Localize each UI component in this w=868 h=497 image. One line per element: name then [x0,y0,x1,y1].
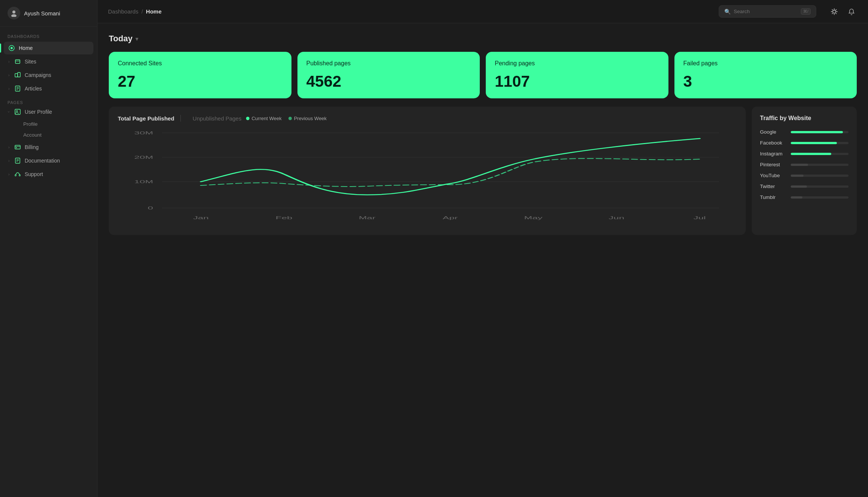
title-chevron-icon[interactable]: ▾ [135,35,138,42]
traffic-bar-bg-instagram [791,153,848,155]
traffic-bar-bg-youtube [791,175,848,177]
svg-point-13 [16,110,18,112]
traffic-bar-bg-google [791,131,848,133]
sidebar-item-user-profile-label: User Profile [25,109,52,115]
svg-text:Apr: Apr [443,215,458,220]
traffic-bar-bg-twitter [791,185,848,188]
traffic-name-pinterest: Pinterest [760,162,787,167]
theme-toggle-button[interactable] [828,6,840,18]
sidebar-item-campaigns[interactable]: › Campaigns [4,69,93,81]
chevron-right-icon: › [8,158,10,163]
svg-rect-16 [16,148,17,148]
traffic-bar-bg-tumblr [791,196,848,199]
svg-text:Jan: Jan [193,215,209,220]
traffic-bar-bg-facebook [791,142,848,144]
pages-nav: › User Profile Profile Account › [0,105,97,181]
search-shortcut: ⌘/ [801,8,811,15]
svg-point-1 [11,14,17,17]
traffic-bar-fill-tumblr [791,196,802,199]
traffic-item-google: Google [760,129,848,135]
svg-rect-6 [15,74,18,77]
chart-tab-unpublished[interactable]: Unpublished Pages [193,115,242,122]
sidebar-header: Ayush Somani [0,0,97,27]
svg-text:30M: 30M [134,131,153,135]
main-nav: Home › Sites › Campaigns [0,42,97,95]
traffic-bar-fill-youtube [791,175,803,177]
notifications-button[interactable] [845,6,857,18]
svg-point-3 [11,47,13,49]
traffic-title: Traffic by Website [760,115,848,122]
topbar-icons [828,6,857,18]
user-profile-icon [14,108,21,115]
svg-line-28 [832,9,832,10]
chart-tab-published[interactable]: Total Page Published [118,115,174,122]
chevron-right-icon: › [8,172,10,176]
chart-card: Total Page Published Unpublished Pages C… [109,107,746,235]
traffic-item-pinterest: Pinterest [760,162,848,167]
stat-card-published-pages-value: 4562 [306,74,471,89]
traffic-bar-bg-pinterest [791,164,848,166]
svg-rect-4 [15,60,20,63]
svg-point-23 [833,10,836,13]
legend-current-week: Current Week [246,116,282,121]
page-title: Today [109,34,132,44]
sidebar-item-billing-label: Billing [25,144,39,150]
svg-text:Jun: Jun [609,215,625,220]
sidebar-subitem-profile[interactable]: Profile [19,119,93,129]
sidebar-item-documentation[interactable]: › Documentation [4,154,93,167]
billing-icon [14,144,21,151]
traffic-name-youtube: YouTube [760,173,787,178]
topbar: Dashboards / Home 🔍 ⌘/ [98,0,868,23]
main-content: Dashboards / Home 🔍 ⌘/ [98,0,868,497]
chart-tab-divider [180,115,181,122]
svg-text:Feb: Feb [276,215,293,220]
home-icon [8,45,15,51]
legend-previous-dot [288,117,292,120]
breadcrumb: Dashboards / Home [108,8,162,15]
sidebar: Ayush Somani Dashboards Home › Sites [0,0,98,497]
sidebar-item-sites[interactable]: › Sites [4,55,93,68]
bottom-section: Total Page Published Unpublished Pages C… [109,107,857,235]
sidebar-item-support[interactable]: › Support [4,168,93,181]
svg-line-31 [836,9,836,10]
pages-section: Pages › User Profile Profile Account [0,99,97,181]
svg-rect-14 [15,145,20,149]
traffic-item-twitter: Twitter [760,184,848,189]
sidebar-item-articles-label: Articles [25,86,42,92]
stat-card-published-pages-label: Published pages [306,60,471,67]
chevron-right-icon: › [8,73,10,77]
sidebar-item-articles[interactable]: › Articles [4,82,93,95]
stat-card-failed-pages: Failed pages 3 [674,52,857,98]
search-bar[interactable]: 🔍 ⌘/ [719,5,816,18]
sidebar-item-user-profile[interactable]: › User Profile [4,105,93,118]
chevron-down-icon: › [7,111,11,113]
stat-card-pending-pages: Pending pages 1107 [486,52,668,98]
legend-previous-label: Previous Week [294,116,327,121]
stat-card-pending-pages-label: Pending pages [495,60,659,67]
traffic-bar-fill-facebook [791,142,837,144]
traffic-bar-fill-pinterest [791,164,808,166]
sidebar-item-home-label: Home [19,45,33,51]
sidebar-item-documentation-label: Documentation [25,158,60,164]
user-profile-submenu: Profile Account [4,119,93,140]
traffic-card: Traffic by Website Google Facebook [752,107,857,235]
traffic-bar-fill-instagram [791,153,831,155]
svg-text:Jul: Jul [693,215,706,220]
stat-card-connected-sites-label: Connected Sites [118,60,282,67]
chevron-right-icon: › [8,59,10,64]
sidebar-subitem-account[interactable]: Account [19,130,93,140]
traffic-name-twitter: Twitter [760,184,787,189]
svg-line-30 [832,13,832,14]
dashboards-section-label: Dashboards [0,27,97,42]
svg-text:20M: 20M [134,155,153,160]
sidebar-item-home[interactable]: Home [4,42,93,54]
traffic-name-instagram: Instagram [760,151,787,157]
traffic-list: Google Facebook Instagram [760,129,848,200]
breadcrumb-current: Home [146,8,162,15]
stat-cards-grid: Connected Sites 27 Published pages 4562 … [109,52,857,98]
sidebar-item-billing[interactable]: › Billing [4,141,93,154]
traffic-item-tumblr: Tumblr [760,194,848,200]
sidebar-item-campaigns-label: Campaigns [25,72,51,78]
stat-card-published-pages: Published pages 4562 [297,52,480,98]
search-input[interactable] [734,9,798,14]
